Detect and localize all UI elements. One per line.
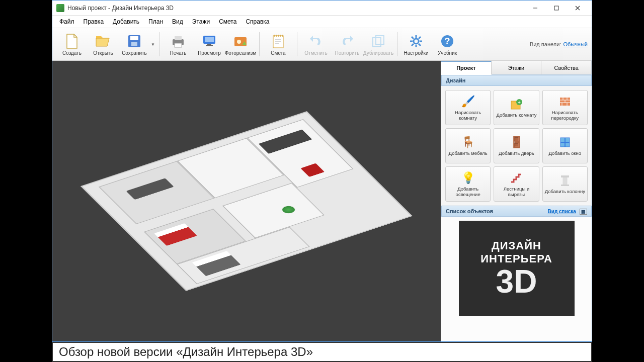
window-icon [558, 135, 572, 149]
view-list-link[interactable]: Вид списка [548, 209, 576, 214]
printer-icon [170, 33, 186, 49]
menubar: Файл Правка Добавить План Вид Этажи Смет… [52, 16, 592, 28]
brushes-icon: 🖌️ [461, 95, 475, 109]
stairs-icon [509, 171, 523, 185]
app-icon [56, 4, 64, 12]
svg-rect-21 [376, 36, 384, 45]
duplicate-icon [370, 33, 386, 49]
design-grid: 🖌️ Нарисовать комнату + Добавить комнату… [441, 86, 592, 206]
door-icon: 🚪 [509, 135, 523, 149]
chair-icon: 🪑 [461, 135, 475, 149]
side-panel: Проект Этажи Свойства Дизайн 🖌️ Нарисова… [441, 61, 592, 341]
floorplan-render [80, 111, 413, 291]
help-icon: ? [439, 33, 455, 49]
svg-rect-11 [205, 37, 214, 42]
folder-open-icon [95, 33, 111, 49]
menu-view[interactable]: Вид [168, 17, 187, 27]
separator [297, 32, 297, 56]
monitor-icon [201, 33, 217, 49]
separator [259, 32, 260, 56]
svg-line-28 [419, 44, 421, 46]
svg-rect-12 [207, 44, 211, 45]
svg-point-15 [237, 40, 241, 44]
minimize-button[interactable] [525, 2, 545, 14]
tab-properties[interactable]: Свойства [541, 61, 592, 74]
viewport-3d[interactable] [52, 61, 441, 341]
svg-rect-51 [561, 185, 569, 186]
maximize-button[interactable] [546, 2, 567, 14]
menu-add[interactable]: Добавить [109, 17, 143, 27]
objects-list: ДИЗАЙН ИНТЕРЬЕРА 3D [441, 217, 592, 341]
objects-section-header: Список объектов Вид списка ▦ [441, 206, 592, 217]
add-door-button[interactable]: 🚪 Добавить дверь [494, 128, 539, 163]
panel-mode: Вид панели: Обычный [530, 41, 588, 47]
svg-point-22 [414, 39, 419, 44]
svg-text:?: ? [445, 36, 450, 46]
side-tabs: Проект Этажи Свойства [441, 61, 592, 75]
print-button[interactable]: Печать [163, 29, 194, 59]
save-icon [126, 33, 142, 49]
notepad-icon [270, 33, 286, 49]
settings-button[interactable]: Настройки [400, 29, 432, 59]
svg-text:+: + [518, 100, 521, 105]
menu-floors[interactable]: Этажи [188, 17, 214, 27]
svg-line-27 [412, 37, 414, 39]
menu-estimate[interactable]: Смета [215, 17, 240, 27]
maximize-icon [554, 6, 559, 11]
undo-icon [308, 33, 324, 49]
svg-rect-47 [561, 175, 569, 177]
svg-rect-48 [562, 177, 568, 185]
estimate-button[interactable]: Смета [263, 29, 294, 59]
draw-partition-button[interactable]: Нарисовать перегородку [542, 90, 588, 125]
add-window-button[interactable]: Добавить окно [542, 128, 588, 163]
add-column-button[interactable]: Добавить колонну [542, 166, 588, 202]
draw-room-button[interactable]: 🖌️ Нарисовать комнату [445, 90, 491, 125]
separator [397, 32, 397, 56]
menu-plan[interactable]: План [144, 17, 167, 27]
svg-rect-5 [130, 36, 138, 40]
render-icon [232, 33, 249, 49]
bulb-icon: 💡 [461, 171, 475, 185]
svg-rect-13 [206, 45, 213, 46]
panel-mode-link[interactable]: Обычный [563, 41, 588, 47]
open-button[interactable]: Открыть [88, 29, 119, 59]
menu-file[interactable]: Файл [55, 17, 78, 27]
add-lighting-button[interactable]: 💡 Добавить освещение [445, 166, 491, 202]
photorealism-button[interactable]: Фотореализм [225, 29, 256, 59]
save-dropdown[interactable]: ▼ [150, 29, 156, 59]
svg-rect-9 [175, 43, 182, 47]
close-button[interactable] [568, 2, 588, 14]
close-icon [575, 6, 580, 11]
add-room-button[interactable]: + Добавить комнату [494, 90, 539, 125]
window-title: Новый проект - Дизайн Интерьера 3D [67, 5, 525, 12]
duplicate-button[interactable]: Дублировать [363, 29, 394, 59]
tutorial-button[interactable]: ? Учебник [432, 29, 463, 59]
wall-icon [558, 95, 572, 109]
menu-help[interactable]: Справка [242, 17, 273, 27]
list-icon[interactable]: ▦ [580, 209, 587, 215]
titlebar: Новый проект - Дизайн Интерьера 3D [52, 1, 592, 16]
preview-button[interactable]: Просмотр [194, 29, 225, 59]
video-caption: Обзор новой версии «Дизайн Интерьера 3D» [52, 342, 592, 362]
add-room-icon: + [509, 97, 523, 111]
svg-line-30 [412, 44, 414, 46]
svg-rect-20 [373, 38, 381, 47]
menu-edit[interactable]: Правка [79, 17, 108, 27]
svg-rect-8 [175, 36, 182, 40]
tab-project[interactable]: Проект [441, 61, 492, 75]
undo-button[interactable]: Отменить [300, 29, 332, 59]
save-button[interactable]: Сохранить [119, 29, 150, 59]
minimize-icon [533, 6, 538, 11]
redo-button[interactable]: Повторить [332, 29, 363, 59]
stairs-button[interactable]: Лестницы и вырезы [494, 166, 539, 202]
add-furniture-button[interactable]: 🪑 Добавить мебель [445, 128, 491, 163]
toolbar: Создать Открыть Сохранить ▼ Печать Просм… [52, 28, 592, 61]
gear-icon [408, 33, 424, 49]
column-icon [558, 173, 572, 188]
new-file-icon [64, 33, 80, 49]
create-button[interactable]: Создать [56, 29, 88, 59]
svg-rect-6 [131, 42, 137, 46]
tab-floors[interactable]: Этажи [492, 61, 542, 74]
svg-rect-1 [554, 6, 558, 10]
app-window: Новый проект - Дизайн Интерьера 3D Файл … [52, 0, 592, 342]
